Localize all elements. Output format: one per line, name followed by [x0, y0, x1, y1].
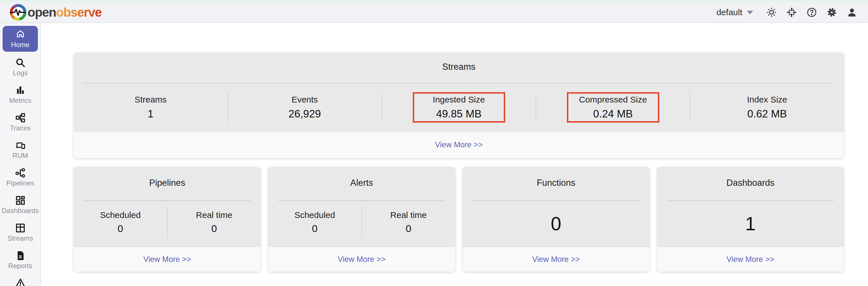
stat-box-events: Events 26,929	[259, 92, 351, 123]
sidebar-item-label: Reports	[8, 262, 32, 270]
stat-value: 1	[148, 108, 154, 120]
divider	[83, 83, 834, 84]
sidebar-item-label: Pipelines	[6, 179, 34, 188]
card-body: Functions 0	[463, 167, 650, 247]
sun-icon	[766, 7, 777, 18]
warning-triangle-icon	[15, 278, 26, 286]
stat-real-time: Real time 0	[167, 206, 261, 238]
stat-label: Real time	[391, 210, 427, 220]
sidebar-item-label: RUM	[12, 152, 28, 160]
gear-icon	[826, 7, 837, 18]
card-title: Alerts	[268, 178, 455, 188]
dashboards-view-more-link[interactable]: View More >>	[726, 255, 774, 264]
bar-chart-icon	[15, 85, 26, 96]
card-stat: 1	[657, 201, 844, 247]
card-title: Functions	[463, 178, 650, 188]
alerts-view-more-link[interactable]: View More >>	[338, 255, 385, 264]
help-button[interactable]	[805, 6, 818, 19]
sidebar-item-logs[interactable]: Logs	[0, 52, 40, 79]
top-strip	[0, 0, 868, 2]
sidebar: Home Logs Metrics Traces	[0, 23, 41, 286]
card-footer: View More >>	[74, 247, 260, 271]
search-icon	[15, 57, 26, 68]
stat-value: 26,929	[288, 108, 321, 120]
document-icon	[15, 250, 26, 261]
account-button[interactable]	[846, 6, 858, 19]
stat-label: Scheduled	[294, 210, 335, 220]
streams-panel-footer: View More >>	[74, 131, 844, 158]
sidebar-item-label: Metrics	[9, 96, 31, 105]
share-icon	[15, 167, 26, 178]
header-actions	[765, 6, 858, 19]
divider	[84, 200, 251, 201]
stat-ingested-size: Ingested Size 49.85 MB	[381, 92, 536, 123]
card-body: Dashboards 1	[657, 167, 844, 247]
person-icon	[846, 7, 857, 18]
card-footer: View More >>	[463, 247, 650, 271]
stat-value: 0	[551, 213, 561, 235]
sidebar-item-streams[interactable]: Streams	[0, 217, 40, 245]
help-circle-icon	[806, 7, 817, 18]
stat-index-size: Index Size 0.62 MB	[690, 92, 844, 123]
sidebar-item-dashboards[interactable]: Dashboards	[0, 190, 40, 217]
sidebar-item-rum[interactable]: RUM	[0, 134, 40, 162]
slack-button[interactable]	[785, 6, 798, 19]
organization-selector[interactable]: default	[716, 7, 753, 17]
main-content: Streams Streams 1 Events 26,929	[41, 23, 868, 286]
stat-value: 49.85 MB	[436, 108, 482, 120]
logo-wordmark: openobserve	[28, 6, 101, 19]
stat-label: Real time	[196, 210, 232, 220]
streams-view-more-link[interactable]: View More >>	[435, 140, 483, 149]
streams-summary-panel: Streams Streams 1 Events 26,929	[74, 53, 844, 158]
stat-compressed-size: Compressed Size 0.24 MB	[536, 92, 690, 123]
card-stats: Scheduled 0 Real time 0	[74, 206, 260, 238]
stat-label: Streams	[135, 95, 167, 105]
card-pipelines: Pipelines Scheduled 0 Real time 0	[74, 167, 260, 271]
stat-value: 1	[745, 213, 756, 235]
streams-stats-row: Streams 1 Events 26,929 Ingested Size	[74, 92, 844, 123]
annotation-box-ingested-size: Ingested Size 49.85 MB	[413, 92, 505, 123]
stat-value: 0	[118, 223, 123, 234]
pipelines-view-more-link[interactable]: View More >>	[144, 255, 191, 264]
sidebar-item-reports[interactable]: Reports	[0, 245, 40, 272]
sidebar-item-label: Home	[11, 41, 29, 49]
card-footer: View More >>	[268, 247, 455, 271]
card-stat: 0	[463, 201, 650, 247]
stat-label: Ingested Size	[433, 95, 485, 105]
chevron-down-icon	[747, 11, 753, 15]
sidebar-item-home[interactable]: Home	[3, 26, 38, 52]
sidebar-item-alerts[interactable]: Alerts	[0, 272, 40, 286]
card-body: Pipelines Scheduled 0 Real time 0	[74, 167, 260, 247]
annotation-box-compressed-size: Compressed Size 0.24 MB	[567, 92, 659, 123]
sidebar-item-metrics[interactable]: Metrics	[0, 79, 40, 107]
header: openobserve default	[0, 2, 868, 23]
stat-value: 0	[211, 223, 217, 234]
sidebar-item-traces[interactable]: Traces	[0, 107, 40, 134]
stat-label: Compressed Size	[579, 95, 647, 105]
settings-button[interactable]	[826, 6, 838, 19]
streams-panel-body: Streams Streams 1 Events 26,929	[74, 53, 844, 131]
divider	[278, 200, 445, 201]
sidebar-item-label: Traces	[10, 124, 30, 132]
stat-label: Scheduled	[100, 210, 141, 220]
stat-label: Index Size	[747, 95, 787, 105]
slack-icon	[786, 7, 797, 18]
schema-icon	[15, 112, 26, 123]
stat-value: 0.24 MB	[593, 108, 633, 120]
dashboard-icon	[15, 195, 26, 206]
stat-value: 0	[406, 223, 411, 234]
functions-view-more-link[interactable]: View More >>	[532, 255, 580, 264]
card-stats: Scheduled 0 Real time 0	[268, 206, 455, 238]
card-functions: Functions 0 View More >>	[463, 167, 650, 271]
stat-box-index-size: Index Size 0.62 MB	[721, 92, 813, 123]
sidebar-item-pipelines[interactable]: Pipelines	[0, 162, 40, 190]
stat-value: 0	[312, 223, 317, 234]
theme-toggle-button[interactable]	[765, 6, 778, 19]
card-body: Alerts Scheduled 0 Real time 0	[268, 167, 455, 247]
stat-streams: Streams 1	[74, 92, 227, 123]
stat-scheduled: Scheduled 0	[74, 206, 167, 238]
table-icon	[15, 223, 26, 233]
card-title: Dashboards	[657, 178, 844, 188]
stat-label: Events	[291, 95, 318, 105]
card-dashboards: Dashboards 1 View More >>	[657, 167, 844, 271]
